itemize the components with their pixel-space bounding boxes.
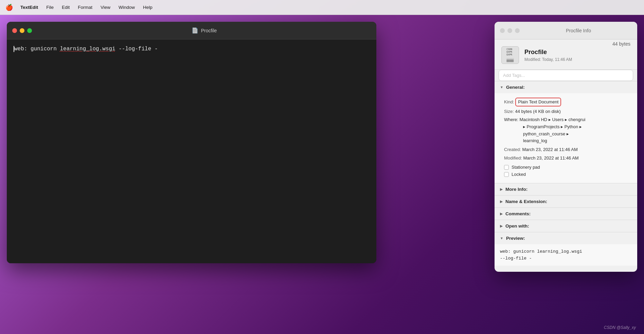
tags-placeholder: Add Tags... — [503, 73, 525, 78]
general-section-label: General: — [506, 85, 525, 90]
general-section-body: Kind: Plain Text Document Size: 44 bytes… — [495, 93, 637, 183]
more-info-section[interactable]: ▶ More Info: — [495, 183, 637, 195]
window-titlebar: 📄 Procfile — [7, 22, 376, 39]
cursor-indicator — [14, 46, 14, 52]
watermark: CSDN @Sally_xy — [604, 325, 636, 330]
kind-value: Plain Text Document — [515, 98, 561, 106]
menubar-format[interactable]: Format — [74, 3, 96, 11]
comments-section[interactable]: ▶ Comments: — [495, 207, 637, 220]
icon-text-line3: EXPR — [506, 53, 514, 56]
textedit-window: 📄 Procfile web: gunicorn learning_log.ws… — [7, 22, 376, 263]
kind-label: Kind: — [504, 99, 514, 104]
preview-section-header[interactable]: ▼ Preview: — [495, 232, 637, 244]
stationery-label: Stationery pad — [512, 165, 540, 170]
window-content[interactable]: web: gunicorn learning_log.wsgi --log-fi… — [7, 39, 376, 263]
size-label: Size: — [504, 109, 514, 114]
preview-section-label: Preview: — [506, 236, 525, 241]
open-with-label: Open with: — [505, 223, 529, 229]
preview-body: web: gunicorn learning_log.wsgi --log-fi… — [495, 244, 637, 266]
where-value-4: learning_log — [523, 138, 547, 143]
where-value-1: Macintosh HD ▸ Users ▸ chengrui — [520, 117, 586, 122]
file-modified-date: Modified: Today, 11:46 AM — [524, 57, 630, 62]
file-header-info: Procfile 44 bytes Modified: Today, 11:46… — [524, 49, 630, 62]
menubar-file[interactable]: File — [43, 3, 57, 11]
info-window-controls — [500, 28, 520, 33]
info-panel: Procfile Info CSDN EXPR EXPR ────── ▓▓▓▓… — [495, 22, 637, 272]
file-icon: CSDN EXPR EXPR ────── ▓▓▓▓▓ — [501, 46, 519, 64]
created-row: Created: March 23, 2022 at 11:46 AM — [504, 146, 630, 153]
general-section: ▼ General: Kind: Plain Text Document Siz… — [495, 81, 637, 183]
name-extension-chevron-icon: ▶ — [500, 200, 503, 203]
preview-chevron-icon: ▼ — [500, 236, 503, 240]
document-icon: 📄 — [192, 27, 198, 34]
where-value-2: ▸ ProgramProjects ▸ Python ▸ — [523, 124, 582, 129]
stationery-checkbox[interactable] — [504, 165, 509, 170]
locked-row: Locked — [504, 172, 630, 177]
more-info-chevron-icon: ▶ — [500, 187, 503, 191]
menubar-help[interactable]: Help — [140, 3, 156, 11]
created-value: March 23, 2022 at 11:46 AM — [522, 147, 578, 152]
info-titlebar: Procfile Info — [495, 22, 637, 39]
preview-line1: web: gunicorn learning_log.wsgi — [500, 248, 632, 255]
menubar-edit[interactable]: Edit — [58, 3, 73, 11]
modified-value: March 23, 2022 at 11:46 AM — [523, 155, 578, 161]
stationery-row: Stationery pad — [504, 165, 630, 170]
menubar-textedit[interactable]: TextEdit — [17, 3, 41, 11]
info-maximize-button[interactable] — [515, 28, 520, 33]
text-editor-content[interactable]: web: gunicorn learning_log.wsgi --log-fi… — [14, 45, 370, 53]
locked-label: Locked — [512, 172, 526, 177]
window-maximize-button[interactable] — [27, 28, 32, 33]
icon-text-line2: EXPR — [506, 51, 514, 53]
menubar: 🍎 TextEdit File Edit Format View Window … — [0, 0, 644, 15]
kind-row: Kind: Plain Text Document — [504, 98, 630, 106]
size-value: 44 bytes (4 KB on disk) — [515, 109, 561, 114]
open-with-chevron-icon: ▶ — [500, 224, 503, 228]
preview-section: ▼ Preview: web: gunicorn learning_log.ws… — [495, 232, 637, 266]
where-label: Where: — [504, 117, 518, 122]
comments-chevron-icon: ▶ — [500, 212, 503, 216]
menubar-window[interactable]: Window — [115, 3, 138, 11]
window-close-button[interactable] — [12, 28, 17, 33]
icon-text-line1: CSDN — [506, 48, 514, 51]
where-value-3: python_crash_course ▸ — [523, 131, 569, 136]
preview-line2: --log-file - — [500, 255, 632, 262]
modified-row: Modified: March 23, 2022 at 11:46 AM — [504, 155, 630, 162]
name-extension-section[interactable]: ▶ Name & Extension: — [495, 195, 637, 207]
file-size: 44 bytes — [612, 41, 630, 47]
general-chevron-icon: ▼ — [500, 85, 503, 89]
window-controls — [12, 28, 32, 33]
comments-label: Comments: — [505, 211, 531, 216]
apple-menu-icon[interactable]: 🍎 — [5, 4, 13, 11]
locked-checkbox[interactable] — [504, 172, 509, 177]
underlined-text: learning_log.wsgi — [60, 46, 115, 52]
created-label: Created: — [504, 147, 521, 152]
size-row: Size: 44 bytes (4 KB on disk) — [504, 108, 630, 115]
window-title-text: Procfile — [201, 28, 217, 33]
window-title: 📄 Procfile — [37, 27, 371, 34]
info-close-button[interactable] — [500, 28, 505, 33]
window-minimize-button[interactable] — [20, 28, 24, 33]
open-with-section[interactable]: ▶ Open with: — [495, 220, 637, 232]
menubar-view[interactable]: View — [97, 3, 114, 11]
file-name: Procfile — [524, 49, 547, 55]
tags-input[interactable]: Add Tags... — [499, 70, 633, 81]
general-section-header[interactable]: ▼ General: — [495, 81, 637, 93]
info-minimize-button[interactable] — [507, 28, 512, 33]
where-row: Where: Macintosh HD ▸ Users ▸ chengrui ▸… — [504, 116, 630, 145]
info-file-header: CSDN EXPR EXPR ────── ▓▓▓▓▓ Procfile 44 … — [495, 39, 637, 70]
info-panel-title: Procfile Info — [525, 28, 632, 33]
more-info-label: More Info: — [505, 187, 527, 192]
modified-label: Modified: — [504, 155, 522, 161]
name-extension-label: Name & Extension: — [505, 199, 547, 204]
